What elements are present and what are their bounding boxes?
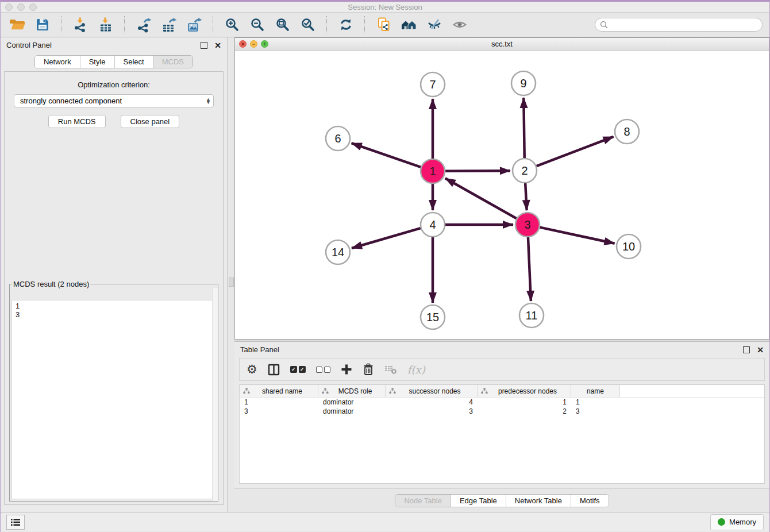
graph-edge-3-10[interactable] <box>540 228 615 244</box>
list-icon <box>10 518 21 526</box>
toolbar-separator <box>364 16 365 33</box>
tab-node-table[interactable]: Node Table <box>395 495 451 507</box>
tab-network-table[interactable]: Network Table <box>506 495 571 507</box>
memory-label: Memory <box>729 518 756 526</box>
column-header-successor-nodes[interactable]: successor nodes <box>386 385 478 397</box>
import-table-button[interactable] <box>96 16 116 34</box>
graph-node-label: 14 <box>332 246 344 259</box>
hide-selected-button[interactable] <box>425 16 444 34</box>
export-image-button[interactable] <box>184 16 204 34</box>
toolbar-separator <box>213 16 214 33</box>
cell-shared-name[interactable]: 3 <box>240 407 318 415</box>
graph-edge-4-14[interactable] <box>352 228 421 248</box>
checked-box-icon: ✓ <box>290 366 297 373</box>
column-header-predecessor-nodes[interactable]: predecessor nodes <box>478 385 571 397</box>
graph-node-label: 9 <box>520 77 526 90</box>
cell-successor-nodes[interactable]: 3 <box>386 407 478 415</box>
network-minimize-button[interactable]: − <box>250 40 257 48</box>
select-all-button[interactable]: ✓ ✓ <box>290 366 306 373</box>
cell-mcds-role[interactable]: dominator <box>318 398 386 406</box>
tab-select[interactable]: Select <box>114 56 153 68</box>
graph-edge-3-1[interactable] <box>445 178 517 218</box>
table-row[interactable]: 1 dominator 4 1 1 <box>240 398 764 407</box>
table-panel-close-icon[interactable]: ✕ <box>757 346 764 354</box>
run-mcds-button[interactable]: Run MCDS <box>48 115 106 128</box>
memory-button[interactable]: Memory <box>710 514 764 530</box>
tab-style[interactable]: Style <box>80 56 114 68</box>
graph-node-label: 15 <box>426 311 439 323</box>
function-builder-button[interactable]: f(x) <box>407 364 425 376</box>
graph-edge-2-3[interactable] <box>525 183 527 210</box>
unchecked-box-icon <box>324 367 330 373</box>
result-scrollbar[interactable] <box>212 288 218 501</box>
zoom-fit-button[interactable] <box>273 16 292 34</box>
import-table-icon <box>98 17 113 32</box>
criterion-select[interactable]: strongly connected component ▲▼ <box>14 94 214 107</box>
zoom-in-button[interactable] <box>222 16 242 34</box>
graph-edge-3-11[interactable] <box>528 237 531 301</box>
table-panel-float-icon[interactable] <box>743 346 750 353</box>
deselect-all-button[interactable] <box>316 367 330 373</box>
column-type-icon <box>481 388 488 394</box>
save-session-button[interactable] <box>33 16 52 34</box>
import-network-button[interactable] <box>71 16 90 34</box>
tab-network[interactable]: Network <box>35 56 80 68</box>
show-columns-button[interactable] <box>268 364 280 376</box>
graph-edge-2-9[interactable] <box>523 98 524 158</box>
network-close-button[interactable]: ✕ <box>239 40 247 48</box>
cell-predecessor-nodes[interactable]: 2 <box>478 407 571 415</box>
graph-edge-1-2[interactable] <box>445 171 510 171</box>
open-session-button[interactable] <box>7 16 27 34</box>
splitter-grip[interactable] <box>229 277 234 287</box>
network-maximize-button[interactable]: ＋ <box>261 40 268 48</box>
export-network-button[interactable] <box>134 16 153 34</box>
cell-name[interactable]: 3 <box>571 407 620 415</box>
graph-node-label: 3 <box>524 218 530 231</box>
column-header-shared-name[interactable]: shared name <box>240 385 318 397</box>
graph-node-label: 6 <box>334 132 341 145</box>
first-neighbors-button[interactable] <box>374 16 394 34</box>
tab-mcds[interactable]: MCDS <box>153 56 192 68</box>
refresh-button[interactable] <box>336 16 356 34</box>
delete-table-button[interactable] <box>384 364 397 375</box>
cell-shared-name[interactable]: 1 <box>240 398 318 406</box>
mcds-panel: Optimization criterion: strongly connect… <box>4 71 224 505</box>
control-panel-close-icon[interactable]: ✕ <box>214 41 221 49</box>
home-views-button[interactable] <box>399 16 419 34</box>
network-graph: 1234678910111415 <box>235 51 770 340</box>
save-floppy-icon <box>35 17 50 32</box>
network-canvas[interactable]: 1234678910111415 <box>235 51 769 339</box>
export-table-button[interactable] <box>159 16 179 34</box>
column-type-icon <box>389 388 396 394</box>
graph-edge-1-6[interactable] <box>352 143 421 167</box>
panel-splitter[interactable] <box>227 37 234 512</box>
column-header-name[interactable]: name <box>571 385 620 397</box>
table-settings-button[interactable]: ⚙ <box>247 364 257 376</box>
network-window-titlebar: scc.txt ✕ − ＋ <box>235 38 769 51</box>
criterion-selected-value: strongly connected component <box>20 97 206 105</box>
mcds-result-text[interactable]: 1 3 <box>11 300 216 499</box>
houses-icon <box>401 18 418 32</box>
column-type-icon <box>243 388 250 394</box>
add-column-button[interactable] <box>341 364 352 375</box>
close-panel-button[interactable]: Close panel <box>121 115 180 128</box>
search-input[interactable] <box>611 20 757 30</box>
cell-predecessor-nodes[interactable]: 1 <box>478 398 571 406</box>
show-all-button[interactable] <box>450 16 469 34</box>
graph-edge-2-8[interactable] <box>537 137 614 166</box>
control-panel-float-icon[interactable] <box>201 42 207 49</box>
tab-motifs[interactable]: Motifs <box>571 495 609 507</box>
zoom-selected-button[interactable] <box>298 16 318 34</box>
column-header-mcds-role[interactable]: MCDS role <box>318 385 386 397</box>
zoom-out-button[interactable] <box>248 16 267 34</box>
search-box[interactable] <box>595 18 763 32</box>
table-row[interactable]: 3 dominator 3 2 3 <box>240 407 764 416</box>
cell-successor-nodes[interactable]: 4 <box>386 398 478 406</box>
delete-column-button[interactable] <box>363 363 374 376</box>
tab-edge-table[interactable]: Edge Table <box>451 495 506 507</box>
cell-mcds-role[interactable]: dominator <box>318 407 386 415</box>
network-view-window: scc.txt ✕ − ＋ 1234678910111415 <box>234 37 769 340</box>
task-history-button[interactable] <box>6 515 25 530</box>
toolbar-separator <box>326 16 328 33</box>
cell-name[interactable]: 1 <box>571 398 620 406</box>
